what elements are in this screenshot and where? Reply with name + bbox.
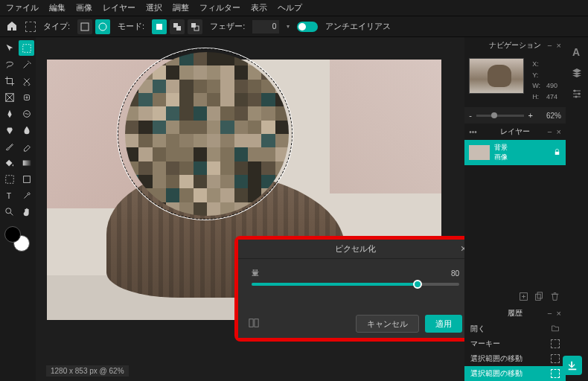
antialias-toggle[interactable] <box>297 22 318 32</box>
canvas-area[interactable]: 1280 x 853 px @ 62% ピクセル化 × 量 80 <box>36 37 464 381</box>
panel-minimize-icon[interactable]: − <box>547 127 552 136</box>
type-ellipse-button[interactable] <box>95 19 110 34</box>
zoom-out-button[interactable]: - <box>469 111 472 120</box>
apply-button[interactable]: 適用 <box>425 315 462 333</box>
layers-footer <box>464 289 566 305</box>
type-rect-button[interactable] <box>77 19 92 34</box>
history-item[interactable]: 選択範囲の移動 <box>464 351 566 366</box>
open-icon <box>551 324 560 334</box>
tool-zoom[interactable] <box>1 204 17 220</box>
mode-new-button[interactable] <box>152 19 167 34</box>
marquee-type-icon[interactable] <box>25 22 36 32</box>
layers-options-icon[interactable]: ••• <box>469 128 477 136</box>
text-tab-icon[interactable]: A <box>571 46 583 60</box>
zoom-value: 62% <box>537 112 561 120</box>
tool-heal[interactable] <box>19 89 34 105</box>
side-tabs: A <box>566 37 588 381</box>
mode-add-button[interactable] <box>170 19 185 34</box>
layer-item[interactable]: 背景画像 <box>464 140 566 165</box>
tool-gradient[interactable] <box>19 155 34 170</box>
duplicate-layer-icon[interactable] <box>534 292 544 303</box>
tool-wand[interactable] <box>19 57 34 72</box>
add-layer-icon[interactable] <box>519 292 528 303</box>
amount-slider[interactable] <box>252 283 459 286</box>
tool-hand[interactable] <box>19 204 34 220</box>
menu-select[interactable]: 選択 <box>146 2 162 13</box>
menu-layer[interactable]: レイヤー <box>103 2 135 13</box>
panel-close-icon[interactable]: × <box>557 127 561 136</box>
panel-close-icon[interactable]: × <box>557 309 561 318</box>
mode-label: モード: <box>118 21 144 32</box>
color-swatch[interactable] <box>1 226 31 256</box>
svg-rect-12 <box>5 175 13 183</box>
panel-close-icon[interactable]: × <box>557 41 561 50</box>
delete-layer-icon[interactable] <box>550 292 560 303</box>
history-item[interactable]: マーキー <box>464 336 566 351</box>
tool-cut[interactable] <box>19 73 34 89</box>
tool-shape[interactable] <box>19 171 34 187</box>
menu-image[interactable]: 画像 <box>76 2 92 13</box>
cancel-button[interactable]: キャンセル <box>356 315 419 333</box>
tool-lasso[interactable] <box>1 57 17 72</box>
chevron-down-icon[interactable]: ▾ <box>287 23 290 30</box>
layer-thumbnail[interactable] <box>469 145 490 160</box>
zoom-slider[interactable] <box>476 115 524 117</box>
tool-marquee[interactable] <box>19 40 34 56</box>
panel-navigation-header[interactable]: ナビゲーション −× <box>464 37 566 54</box>
tool-text[interactable]: T <box>1 188 17 203</box>
lock-icon[interactable] <box>553 148 561 158</box>
menu-view[interactable]: 表示 <box>251 2 267 13</box>
navigation-info: X: Y: W:490 H:474 <box>528 58 561 103</box>
tool-blur[interactable] <box>19 122 34 138</box>
panel-history-title: 履歴 <box>508 308 523 318</box>
antialias-label: アンチエイリアス <box>325 21 391 32</box>
tool-eraser[interactable] <box>19 138 34 154</box>
svg-rect-13 <box>23 176 30 182</box>
tool-fill[interactable] <box>1 155 17 170</box>
menu-adjust[interactable]: 調整 <box>173 2 189 13</box>
selection-ellipse[interactable] <box>118 48 293 220</box>
tool-frame[interactable] <box>1 89 17 105</box>
layer-name: 背景 <box>494 143 508 153</box>
history-item[interactable]: 選択範囲の移動 <box>464 366 566 381</box>
download-button[interactable] <box>563 356 582 375</box>
compare-icon[interactable] <box>249 318 259 330</box>
tool-pen[interactable] <box>1 106 17 121</box>
tool-clone[interactable] <box>1 122 17 138</box>
svg-rect-2 <box>156 24 162 30</box>
panel-minimize-icon[interactable]: − <box>547 309 552 318</box>
dialog-header[interactable]: ピクセル化 × <box>238 240 464 259</box>
highlighted-dialog-wrap: ピクセル化 × 量 80 キャンセル 適用 <box>234 236 464 342</box>
svg-rect-5 <box>191 23 196 28</box>
mode-subtract-button[interactable] <box>188 19 202 34</box>
svg-rect-20 <box>536 294 541 300</box>
svg-rect-17 <box>255 319 258 327</box>
tool-move[interactable] <box>1 40 17 56</box>
layers-tab-icon[interactable] <box>571 67 583 80</box>
status-text: 1280 x 853 px @ 62% <box>46 365 129 377</box>
tool-crop[interactable] <box>1 73 17 89</box>
panel-history-header[interactable]: 履歴 −× <box>464 305 566 321</box>
panel-minimize-icon[interactable]: − <box>547 41 552 50</box>
menu-file[interactable]: ファイル <box>6 2 39 13</box>
feather-input[interactable] <box>252 20 279 33</box>
tool-brush[interactable] <box>1 138 17 154</box>
tool-liquify[interactable] <box>19 106 34 121</box>
navigation-thumbnail[interactable] <box>469 58 524 94</box>
svg-point-1 <box>99 23 106 31</box>
tool-replace-color[interactable] <box>1 171 17 187</box>
svg-rect-18 <box>555 152 560 155</box>
history-item[interactable]: 開く <box>464 321 566 336</box>
svg-text:A: A <box>572 46 580 58</box>
menu-filter[interactable]: フィルター <box>199 2 240 13</box>
tool-eyedropper[interactable] <box>19 188 34 203</box>
zoom-in-button[interactable]: + <box>528 111 533 120</box>
menu-help[interactable]: ヘルプ <box>278 2 302 13</box>
menu-edit[interactable]: 編集 <box>49 2 65 13</box>
svg-point-25 <box>575 96 578 98</box>
svg-rect-21 <box>537 292 543 298</box>
close-icon[interactable]: × <box>461 243 464 254</box>
panel-layers-header[interactable]: ••• レイヤー −× <box>464 124 566 140</box>
home-icon[interactable] <box>6 20 18 33</box>
adjust-tab-icon[interactable] <box>571 88 583 101</box>
